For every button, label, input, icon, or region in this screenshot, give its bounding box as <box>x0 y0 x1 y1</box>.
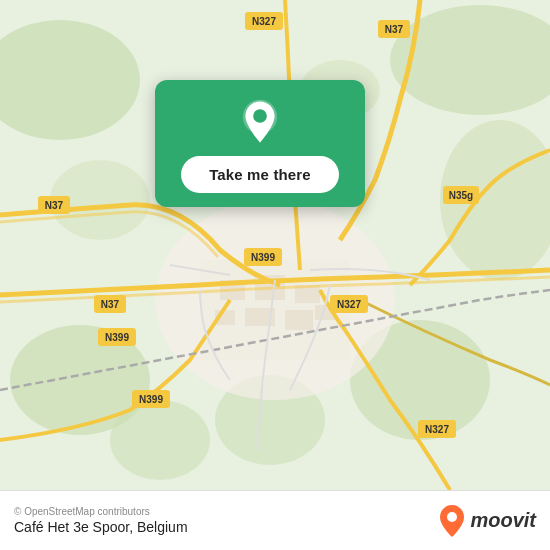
svg-text:N37: N37 <box>101 299 120 310</box>
svg-text:N327: N327 <box>337 299 361 310</box>
svg-text:N399: N399 <box>251 252 275 263</box>
svg-rect-17 <box>285 310 313 330</box>
location-name: Café Het 3e Spoor, Belgium <box>14 519 188 535</box>
moovit-pin-icon <box>438 504 466 538</box>
svg-text:N327: N327 <box>425 424 449 435</box>
svg-text:N399: N399 <box>105 332 129 343</box>
svg-point-41 <box>447 512 457 522</box>
svg-text:N35g: N35g <box>449 190 473 201</box>
moovit-logo: moovit <box>438 504 536 538</box>
svg-text:N399: N399 <box>139 394 163 405</box>
svg-point-40 <box>253 109 267 123</box>
map-container: N37 N327 N37 N37 N35g N399 N399 N399 N32… <box>0 0 550 490</box>
svg-text:N327: N327 <box>252 16 276 27</box>
moovit-wordmark: moovit <box>470 509 536 532</box>
bottom-bar: © OpenStreetMap contributors Café Het 3e… <box>0 490 550 550</box>
take-me-there-button[interactable]: Take me there <box>181 156 339 193</box>
svg-text:N37: N37 <box>385 24 404 35</box>
location-card: Take me there <box>155 80 365 207</box>
location-pin-icon <box>236 98 284 146</box>
copyright-text: © OpenStreetMap contributors <box>14 506 188 517</box>
bottom-left: © OpenStreetMap contributors Café Het 3e… <box>14 506 188 535</box>
svg-text:N37: N37 <box>45 200 64 211</box>
